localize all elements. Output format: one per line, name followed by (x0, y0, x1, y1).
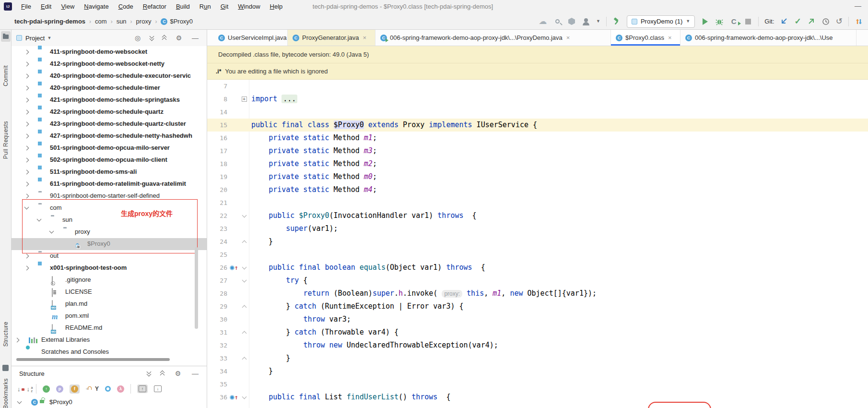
tree-item--proxy0[interactable]: C$Proxy0 (12, 238, 207, 250)
chevron-right-icon[interactable] (24, 170, 29, 175)
menu-item-window[interactable]: Window (233, 0, 265, 13)
tool-pull-requests-tab[interactable]: Pull Requests (0, 121, 12, 159)
show-properties-icon[interactable]: p (56, 385, 63, 393)
code-editor[interactable]: 78+import ...1415public final class $Pro… (207, 80, 868, 408)
run-config-select[interactable]: ProxyDemo (1) ▼ (627, 15, 695, 28)
search-plugin-icon[interactable] (553, 17, 562, 26)
git-commit-icon[interactable]: ✓ (795, 16, 801, 26)
chevron-right-icon[interactable] (24, 122, 29, 127)
editor-tab-1[interactable]: CUserServiceImpl.java× (213, 30, 288, 46)
sort-alphabetically-icon[interactable]: ↓az (27, 385, 30, 393)
fold-close-icon[interactable] (240, 352, 248, 365)
tool-structure-tab[interactable]: Structure (0, 322, 12, 347)
tree-item-502-springboot-demo-opcua-milo-client[interactable]: 502-springboot-demo-opcua-milo-client (12, 154, 207, 166)
autoscroll-from-source-icon[interactable]: ↑ (137, 384, 148, 393)
chevron-right-icon[interactable] (24, 62, 29, 67)
project-view-caret-icon[interactable]: ▼ (47, 36, 51, 40)
show-non-public-icon[interactable] (86, 388, 89, 390)
settings-gear-icon[interactable]: ⚙ (174, 34, 184, 42)
tree-item-sun[interactable]: sun (12, 214, 207, 226)
menu-item-build[interactable]: Build (171, 0, 195, 13)
tree-item-511-springboot-demo-sms-ali[interactable]: 511-springboot-demo-sms-ali (12, 166, 207, 178)
breadcrumb-item[interactable]: tech-pdai-spring-demos (14, 18, 85, 25)
chevron-right-icon[interactable] (24, 254, 29, 259)
breadcrumb-item[interactable]: $Proxy0 (170, 18, 193, 25)
hide-panel-icon[interactable]: — (190, 34, 200, 42)
structure-settings-gear-icon[interactable]: ⚙ (173, 370, 183, 377)
show-fields-icon[interactable]: f (70, 384, 80, 394)
chevron-down-icon[interactable] (37, 217, 42, 222)
tree-item-411-springboot-demo-websocket[interactable]: 411-springboot-demo-websocket (12, 46, 207, 58)
show-anonymous-icon[interactable] (105, 386, 111, 392)
breadcrumb-item[interactable]: com (95, 18, 107, 25)
chevron-right-icon[interactable] (24, 182, 29, 187)
tree-item-901-sprinboot-demo-starter-self-defined[interactable]: 901-sprinboot-demo-starter-self-defined (12, 190, 207, 202)
breadcrumb-item[interactable]: proxy (136, 18, 152, 25)
fold-close-icon[interactable] (240, 300, 248, 313)
build-hammer-icon[interactable] (612, 17, 621, 26)
structure-expand-all-icon[interactable] (146, 371, 152, 376)
menu-item-edit[interactable]: Edit (36, 0, 56, 13)
editor-tab-4[interactable]: C$Proxy0.class× (611, 30, 680, 46)
project-panel-title[interactable]: Project (25, 35, 45, 42)
fold-open-icon[interactable] (240, 209, 248, 222)
menu-item-file[interactable]: File (16, 0, 36, 13)
project-horizontal-scrollbar[interactable] (16, 358, 170, 361)
tool-commit-tab[interactable]: Commit (0, 65, 12, 86)
menu-item-navigate[interactable]: Navigate (79, 0, 113, 13)
tree-item-com[interactable]: com (12, 202, 207, 214)
chevron-right-icon[interactable] (24, 146, 29, 151)
tree-item-external-libraries[interactable]: External Libraries (12, 334, 207, 346)
show-lambdas-icon[interactable]: λ (117, 385, 124, 393)
tree-item--gitignore[interactable]: .gitignore (12, 274, 207, 286)
menu-item-git[interactable]: Git (216, 0, 234, 13)
tab-close-icon[interactable]: × (668, 34, 672, 41)
menu-item-refactor[interactable]: Refactor (138, 0, 171, 13)
tree-item-412-springboot-demo-websocket-netty[interactable]: 412-springboot-demo-websocket-netty (12, 58, 207, 70)
structure-root-item[interactable]: C $Proxy0 (12, 397, 207, 408)
git-push-icon[interactable] (807, 17, 816, 26)
chevron-right-icon[interactable] (24, 86, 29, 91)
editor-tab-2[interactable]: CProxyGenerator.java× (288, 30, 375, 46)
locate-file-icon[interactable]: ◎ (133, 34, 142, 42)
tree-item-422-springboot-demo-schedule-quartz[interactable]: 422-springboot-demo-schedule-quartz (12, 106, 207, 118)
debug-button[interactable] (715, 17, 724, 26)
rollback-icon[interactable]: ↺ (836, 16, 843, 26)
chevron-right-icon[interactable] (24, 98, 29, 103)
tree-item-611-springboot-demo-ratelimit-guava-ratelimit[interactable]: 611-springboot-demo-ratelimit-guava-rate… (12, 178, 207, 190)
chevron-down-icon[interactable] (17, 399, 22, 404)
chevron-right-icon[interactable] (24, 134, 29, 139)
group-methods-icon[interactable]: Y (95, 385, 99, 392)
autoscroll-to-source-icon[interactable]: ↓ (154, 385, 162, 392)
structure-collapse-all-icon[interactable] (160, 371, 165, 376)
collapse-all-icon[interactable] (162, 35, 167, 41)
override-gutter-icon[interactable]: ↑ (230, 261, 240, 274)
structure-panel-title[interactable]: Structure (19, 370, 45, 377)
chevron-right-icon[interactable] (24, 50, 29, 55)
tree-item-427-springboot-demo-schedule-netty-hashedwh[interactable]: 427-springboot-demo-schedule-netty-hashe… (12, 130, 207, 142)
tree-item-421-springboot-demo-schedule-springtasks[interactable]: 421-springboot-demo-schedule-springtasks (12, 94, 207, 106)
chevron-right-icon[interactable] (24, 194, 29, 199)
tree-item-plan-md[interactable]: plan.md (12, 298, 207, 310)
tree-item-proxy[interactable]: proxy (12, 226, 207, 238)
chevron-down-icon[interactable] (24, 205, 29, 210)
tree-item-pom-xml[interactable]: mpom.xml (12, 310, 207, 322)
user-icon[interactable] (582, 17, 590, 26)
coverage-button[interactable]: C (729, 17, 738, 26)
project-vertical-scrollbar[interactable] (195, 247, 198, 329)
fold-close-icon[interactable] (240, 326, 248, 339)
override-gutter-icon[interactable]: ↑ (230, 391, 240, 404)
tree-item-423-springboot-demo-schedule-quartz-cluster[interactable]: 423-springboot-demo-schedule-quartz-clus… (12, 118, 207, 130)
tool-structure-icon[interactable] (2, 365, 9, 371)
tool-project-icon[interactable] (1, 31, 11, 42)
menu-item-code[interactable]: Code (114, 0, 138, 13)
tree-item-out[interactable]: out (12, 250, 207, 262)
tree-item-x001-springboot-test-oom[interactable]: x001-springboot-test-oom (12, 262, 207, 274)
user-caret-icon[interactable]: ▼ (596, 19, 600, 24)
cloud-icon[interactable]: ☁ (539, 17, 547, 26)
structure-hide-icon[interactable]: — (190, 370, 200, 377)
chevron-right-icon[interactable] (24, 158, 29, 163)
menu-item-view[interactable]: View (56, 0, 79, 13)
chevron-down-icon[interactable] (49, 229, 54, 234)
sort-by-visibility-icon[interactable]: ↓ (17, 385, 21, 393)
